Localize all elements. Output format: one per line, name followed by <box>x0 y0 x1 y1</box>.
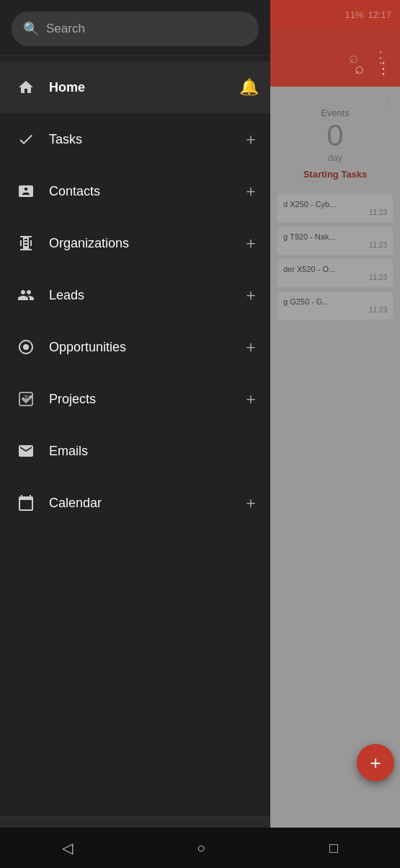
activity-title: d X250 - Cyb... <box>283 200 387 209</box>
day-label: day <box>277 153 393 163</box>
projects-label: Projects <box>49 392 243 407</box>
more-options: ⋮ <box>277 98 393 108</box>
recents-button[interactable]: □ <box>329 840 338 856</box>
emails-icon <box>12 442 40 460</box>
search-container: 🔍 Search <box>0 0 270 56</box>
search-icon: 🔍 <box>23 21 39 37</box>
activity-item-2: g T920 - Nak... 11:23 <box>277 227 393 255</box>
android-nav-bar: ◁ ○ □ <box>0 828 400 868</box>
main-header-area: ⌕ ⋮ <box>270 0 400 87</box>
home-button[interactable]: ○ <box>197 840 205 856</box>
search-placeholder: Search <box>46 22 85 36</box>
activity-item-1: d X250 - Cyb... 11:23 <box>277 194 393 222</box>
add-task-icon[interactable]: ＋ <box>243 128 259 150</box>
home-icon <box>12 79 40 96</box>
events-label: Events <box>277 108 393 118</box>
sidebar-item-opportunities[interactable]: Opportunities ＋ <box>0 321 270 373</box>
add-calendar-icon[interactable]: ＋ <box>243 492 259 514</box>
activity-title: g G250 - G... <box>283 297 387 306</box>
search-icon-main: ⌕ <box>355 59 364 78</box>
events-count: 0 <box>277 118 393 153</box>
add-opportunity-icon[interactable]: ＋ <box>243 336 259 358</box>
home-label: Home <box>49 80 239 95</box>
activity-item-4: g G250 - G... 11:23 <box>277 291 393 320</box>
contacts-label: Contacts <box>49 184 243 199</box>
organizations-icon <box>12 234 40 252</box>
activity-time: 11:23 <box>283 241 387 249</box>
events-section: ⋮ Events 0 day Starting Tasks <box>277 98 393 180</box>
contacts-icon <box>12 183 40 200</box>
add-lead-icon[interactable]: ＋ <box>243 284 259 306</box>
opportunities-icon <box>12 338 40 356</box>
activity-title: g T920 - Nak... <box>283 232 387 241</box>
add-project-icon[interactable]: ＋ <box>243 388 259 410</box>
projects-icon: T <box>12 390 40 408</box>
add-organization-icon[interactable]: ＋ <box>243 232 259 254</box>
fab-button[interactable]: + <box>357 744 394 781</box>
more-icon-main: ⋮ <box>375 59 391 78</box>
main-body: ⋮ Events 0 day Starting Tasks d X250 - C… <box>270 87 400 336</box>
activity-item-3: der X520 - O... 11:23 <box>277 259 393 287</box>
sidebar-item-emails[interactable]: Emails <box>0 425 270 477</box>
calendar-label: Calendar <box>49 496 243 511</box>
main-content-overlay: ⌕ ⋮ ⋮ Events 0 day Starting Tasks d X250… <box>270 0 400 868</box>
tasks-icon <box>12 131 40 148</box>
activity-time: 11:23 <box>283 209 387 216</box>
navigation-drawer: 🔍 Search Home 🔔 Tasks ＋ Contacts <box>0 0 270 868</box>
tasks-label: Tasks <box>49 132 243 147</box>
leads-icon <box>12 286 40 304</box>
emails-label: Emails <box>49 444 259 459</box>
sidebar-item-leads[interactable]: Leads ＋ <box>0 269 270 321</box>
sidebar-item-tasks[interactable]: Tasks ＋ <box>0 113 270 165</box>
back-button[interactable]: ◁ <box>62 839 73 856</box>
sidebar-item-projects[interactable]: T Projects ＋ <box>0 373 270 425</box>
tasks-label: Starting Tasks <box>277 169 393 180</box>
nav-list: Home 🔔 Tasks ＋ Contacts ＋ Organizations <box>0 56 270 816</box>
sidebar-item-calendar[interactable]: Calendar ＋ <box>0 477 270 529</box>
opportunities-label: Opportunities <box>49 340 243 355</box>
fab-icon: + <box>370 752 381 774</box>
leads-label: Leads <box>49 288 243 303</box>
organizations-label: Organizations <box>49 236 243 251</box>
add-contact-icon[interactable]: ＋ <box>243 180 259 202</box>
calendar-icon <box>12 494 40 512</box>
activity-title: der X520 - O... <box>283 265 387 273</box>
svg-point-0 <box>23 344 29 350</box>
sidebar-item-contacts[interactable]: Contacts ＋ <box>0 165 270 217</box>
svg-text:T: T <box>24 394 28 402</box>
activity-time: 11:23 <box>283 306 387 314</box>
search-box[interactable]: 🔍 Search <box>12 12 259 46</box>
bell-icon[interactable]: 🔔 <box>239 78 259 97</box>
activity-time: 11:23 <box>283 273 387 281</box>
sidebar-item-home[interactable]: Home 🔔 <box>0 61 270 113</box>
sidebar-item-organizations[interactable]: Organizations ＋ <box>0 217 270 269</box>
